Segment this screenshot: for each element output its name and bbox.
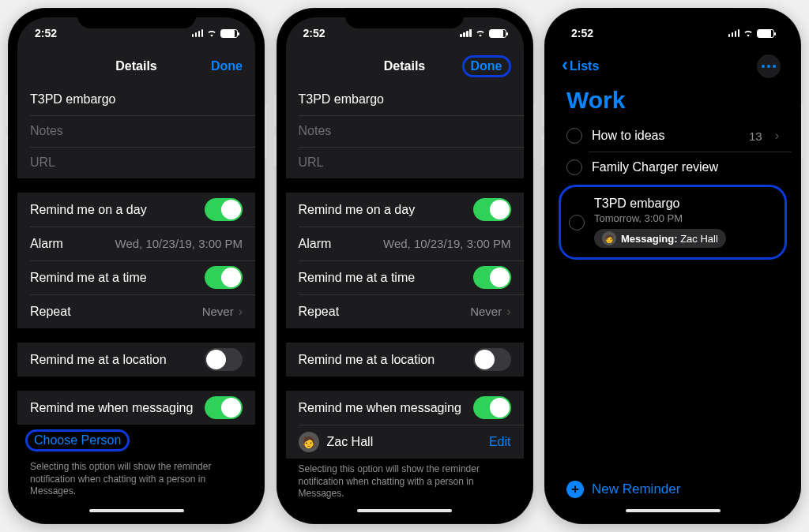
screen: 2:52 Details Done T3PD embargo Notes URL… [17, 17, 255, 515]
person-name: Zac Hall [327, 435, 481, 449]
screen: 2:52 Lists Work How to ideas 13 [554, 17, 792, 515]
nav-title: Details [115, 59, 156, 73]
title-field[interactable]: T3PD embargo [286, 84, 524, 115]
content: T3PD embargo Notes URL Remind me on a da… [286, 84, 524, 504]
alarm-row[interactable]: Alarm Wed, 10/23/19, 3:00 PM [17, 227, 255, 260]
remind-time-toggle[interactable] [473, 266, 511, 289]
remind-time-row: Remind me at a time [17, 260, 255, 294]
remind-location-row: Remind me at a location [17, 343, 255, 377]
remind-day-toggle[interactable] [473, 198, 511, 221]
new-reminder-button[interactable]: + New Reminder [554, 471, 792, 504]
complete-circle[interactable] [566, 159, 582, 175]
chevron-right-icon [775, 129, 779, 143]
notch [614, 8, 732, 28]
repeat-row[interactable]: Repeat Never [286, 294, 524, 328]
status-time: 2:52 [303, 27, 325, 39]
help-text: Selecting this option will show the remi… [286, 459, 524, 500]
remind-location-toggle[interactable] [473, 348, 511, 371]
choose-person-highlight: Choose Person [25, 429, 130, 451]
person-row[interactable]: 🧑 Zac Hall Edit [286, 425, 524, 459]
done-button[interactable]: Done [211, 59, 243, 73]
list-title: Work [554, 84, 792, 120]
remind-location-toggle[interactable] [205, 348, 243, 371]
phone-1: 2:52 Details Done T3PD embargo Notes URL… [8, 8, 265, 524]
battery-icon [757, 29, 774, 38]
remind-messaging-row: Remind me when messaging [17, 391, 255, 425]
complete-circle[interactable] [569, 215, 585, 230]
choose-person-button[interactable]: Choose Person [34, 433, 121, 447]
signal-icon [728, 29, 740, 37]
status-icons [460, 28, 506, 39]
repeat-row[interactable]: Repeat Never [17, 294, 255, 328]
phone-2: 2:52 Details Done T3PD embargo Notes URL… [277, 8, 533, 524]
nav-title: Details [384, 59, 425, 73]
url-field[interactable]: URL [286, 147, 524, 178]
home-indicator[interactable] [626, 509, 721, 512]
wifi-icon [743, 28, 754, 39]
notch [345, 8, 464, 28]
screen: 2:52 Details Done T3PD embargo Notes URL… [286, 17, 524, 515]
avatar: 🧑 [299, 432, 319, 452]
wifi-icon [206, 28, 217, 39]
more-button[interactable] [757, 54, 781, 78]
remind-location-row: Remind me at a location [286, 343, 524, 377]
remind-time-row: Remind me at a time [286, 260, 524, 294]
phone-3: 2:52 Lists Work How to ideas 13 [544, 8, 801, 524]
avatar: 🧑 [602, 231, 616, 245]
signal-icon [460, 29, 472, 37]
notes-field[interactable]: Notes [17, 115, 255, 147]
nav-bar: Details Done [286, 49, 524, 84]
complete-circle[interactable] [566, 128, 582, 144]
title-field[interactable]: T3PD embargo [17, 84, 255, 115]
home-indicator[interactable] [89, 509, 184, 512]
battery-icon [220, 29, 238, 38]
remind-messaging-toggle[interactable] [473, 396, 511, 419]
notes-field[interactable]: Notes [286, 115, 524, 147]
notch [77, 8, 196, 28]
chevron-right-icon [506, 305, 510, 318]
plus-icon: + [566, 481, 584, 498]
reminder-highlight: T3PD embargo Tomorrow, 3:00 PM 🧑 Messagi… [559, 185, 787, 260]
nav-bar: Details Done [17, 49, 255, 84]
subtask-count: 13 [749, 129, 762, 143]
remind-day-row: Remind me on a day [286, 193, 524, 227]
chevron-right-icon [239, 305, 243, 318]
content: T3PD embargo Notes URL Remind me on a da… [17, 84, 255, 504]
chevron-left-icon [562, 58, 568, 74]
status-icons [728, 28, 775, 39]
messaging-pill: 🧑 Messaging: Zac Hall [594, 229, 726, 248]
help-text: Selecting this option will show the remi… [17, 456, 255, 498]
battery-icon [489, 29, 506, 38]
remind-day-row: Remind me on a day [17, 193, 255, 227]
status-icons [192, 28, 239, 39]
reminder-item[interactable]: Family Charger review [554, 152, 792, 183]
alarm-row[interactable]: Alarm Wed, 10/23/19, 3:00 PM [286, 227, 524, 260]
done-button[interactable]: Done [462, 55, 511, 77]
content[interactable]: How to ideas 13 Family Charger review T3… [554, 120, 792, 471]
edit-button[interactable]: Edit [489, 435, 511, 449]
home-indicator[interactable] [357, 509, 452, 512]
wifi-icon [475, 28, 486, 39]
remind-time-toggle[interactable] [205, 266, 243, 289]
remind-messaging-row: Remind me when messaging [286, 391, 524, 425]
back-button[interactable]: Lists [562, 58, 599, 74]
signal-icon [192, 29, 204, 37]
nav-bar: Lists [554, 49, 792, 84]
status-time: 2:52 [35, 27, 57, 39]
remind-day-toggle[interactable] [205, 198, 243, 221]
status-time: 2:52 [571, 27, 593, 39]
reminder-item[interactable]: T3PD embargo Tomorrow, 3:00 PM 🧑 Messagi… [561, 189, 785, 256]
remind-messaging-toggle[interactable] [205, 396, 243, 419]
url-field[interactable]: URL [17, 147, 255, 178]
reminder-item[interactable]: How to ideas 13 [554, 120, 792, 152]
